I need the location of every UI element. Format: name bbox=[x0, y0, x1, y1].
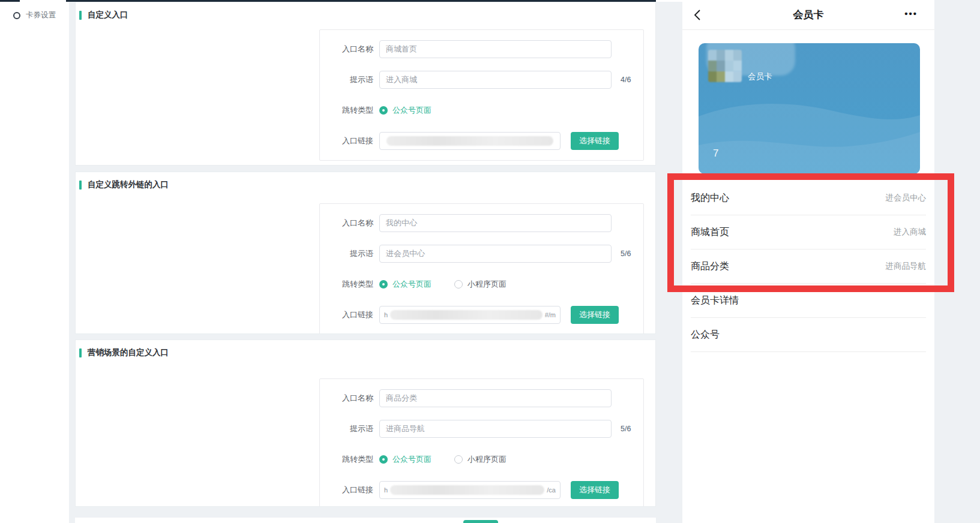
form-row-entry-link: 入口链接 h /ca 选择链接 bbox=[320, 481, 643, 499]
form-row-entry-link: 入口链接 选择链接 bbox=[320, 132, 643, 150]
form-row-hint: 提示语 进会员中心 5/6 bbox=[320, 245, 643, 263]
section-marketing-custom-entry: 营销场景的自定义入口 入口名称 商品分类 提示语 进商品导航 5/6 跳转类型 bbox=[75, 339, 656, 507]
char-counter: 5/6 bbox=[621, 425, 631, 433]
more-options-icon[interactable]: ••• bbox=[904, 0, 918, 30]
section-title: 自定义跳转外链的入口 bbox=[88, 179, 169, 190]
entry-link-label: 入口链接 bbox=[320, 485, 379, 495]
choose-link-button[interactable]: 选择链接 bbox=[571, 481, 619, 499]
radio-unselected-icon bbox=[454, 280, 463, 288]
list-item-my-center[interactable]: 我的中心 进会员中心 bbox=[691, 181, 926, 215]
choose-link-button[interactable]: 选择链接 bbox=[571, 306, 619, 324]
section-accent-bar bbox=[79, 181, 82, 190]
entry-link-input[interactable]: h #/m bbox=[379, 306, 561, 324]
entry-name-input[interactable]: 商城首页 bbox=[379, 40, 612, 58]
sidebar-item-label: 卡券设置 bbox=[26, 10, 56, 20]
section-title: 营销场景的自定义入口 bbox=[88, 347, 169, 358]
section-custom-external-link-entry: 自定义跳转外链的入口 入口名称 我的中心 提示语 进会员中心 5/6 跳转类型 bbox=[75, 172, 656, 334]
entry-link-label: 入口链接 bbox=[320, 309, 379, 320]
blurred-url bbox=[390, 310, 543, 320]
radio-circle-icon bbox=[13, 12, 20, 19]
radio-unselected-icon bbox=[454, 455, 463, 464]
form-row-hint: 提示语 进入商城 4/6 bbox=[320, 71, 643, 89]
entry-name-label: 入口名称 bbox=[320, 218, 379, 229]
hint-input[interactable]: 进会员中心 bbox=[379, 245, 612, 263]
radio-miniprogram-page[interactable]: 小程序页面 bbox=[454, 279, 507, 290]
section-accent-bar bbox=[79, 11, 82, 20]
jump-type-label: 跳转类型 bbox=[320, 105, 379, 116]
section-header: 营销场景的自定义入口 bbox=[79, 347, 169, 358]
radio-selected-icon bbox=[379, 455, 388, 464]
sidebar: 卡券设置 bbox=[0, 2, 69, 523]
form-row-jump-type: 跳转类型 公众号页面 小程序页面 bbox=[320, 450, 643, 468]
jump-type-label: 跳转类型 bbox=[320, 454, 379, 465]
list-item-mall-home[interactable]: 商城首页 进入商城 bbox=[691, 215, 926, 250]
entry-link-input[interactable] bbox=[379, 132, 561, 150]
form-row-entry-link: 入口链接 h #/m 选择链接 bbox=[320, 306, 643, 324]
section-header: 自定义入口 bbox=[79, 10, 128, 20]
jump-type-radio-group: 公众号页面 bbox=[379, 101, 431, 119]
radio-selected-icon bbox=[379, 106, 388, 115]
card-wave-decoration bbox=[699, 43, 920, 174]
member-card[interactable]: 会员卡 7 bbox=[699, 43, 920, 174]
form-box: 入口名称 我的中心 提示语 进会员中心 5/6 跳转类型 公众号页面 bbox=[319, 203, 644, 334]
section-header: 自定义跳转外链的入口 bbox=[79, 179, 169, 190]
section-accent-bar bbox=[79, 348, 82, 357]
section-title: 自定义入口 bbox=[88, 10, 128, 20]
form-row-jump-type: 跳转类型 公众号页面 bbox=[320, 101, 643, 119]
char-counter: 4/6 bbox=[621, 76, 631, 84]
entry-list: 我的中心 进会员中心 商城首页 进入商城 商品分类 进商品导航 会员卡详情 公众… bbox=[682, 181, 934, 352]
hint-label: 提示语 bbox=[320, 74, 379, 85]
main-content: 自定义入口 入口名称 商城首页 提示语 进入商城 4/6 跳转类型 bbox=[69, 2, 682, 523]
entry-link-label: 入口链接 bbox=[320, 136, 379, 146]
phone-preview: 会员卡 ••• 会员卡 7 我的中心 进会员中心 商城首页 bbox=[682, 0, 934, 523]
blurred-url bbox=[390, 485, 544, 495]
form-box: 入口名称 商城首页 提示语 进入商城 4/6 跳转类型 公众号页面 bbox=[319, 29, 644, 161]
save-button[interactable] bbox=[463, 520, 498, 523]
jump-type-radio-group: 公众号页面 小程序页面 bbox=[379, 450, 507, 468]
section-custom-entry: 自定义入口 入口名称 商城首页 提示语 进入商城 4/6 跳转类型 bbox=[75, 2, 656, 166]
form-row-hint: 提示语 进商品导航 5/6 bbox=[320, 420, 643, 438]
card-number: 7 bbox=[713, 148, 718, 160]
char-counter: 5/6 bbox=[621, 250, 631, 258]
hint-label: 提示语 bbox=[320, 423, 379, 434]
entry-name-label: 入口名称 bbox=[320, 393, 379, 404]
hint-input[interactable]: 进入商城 bbox=[379, 71, 612, 89]
hint-input[interactable]: 进商品导航 bbox=[379, 420, 612, 438]
form-row-entry-name: 入口名称 商品分类 bbox=[320, 389, 643, 407]
sidebar-item-card-settings[interactable]: 卡券设置 bbox=[0, 2, 69, 20]
jump-type-label: 跳转类型 bbox=[320, 279, 379, 290]
page: 卡券设置 自定义入口 入口名称 商城首页 提示语 进入商城 4/6 bbox=[0, 0, 980, 523]
jump-type-radio-group: 公众号页面 小程序页面 bbox=[379, 275, 507, 293]
choose-link-button[interactable]: 选择链接 bbox=[571, 132, 619, 150]
preview-header: 会员卡 ••• bbox=[682, 0, 934, 30]
form-row-entry-name: 入口名称 我的中心 bbox=[320, 214, 643, 232]
radio-official-account-page[interactable]: 公众号页面 bbox=[379, 279, 431, 290]
form-box: 入口名称 商品分类 提示语 进商品导航 5/6 跳转类型 公众号页面 bbox=[319, 378, 644, 507]
entry-name-input[interactable]: 我的中心 bbox=[379, 214, 612, 232]
preview-area: 会员卡 ••• 会员卡 7 我的中心 进会员中心 商城首页 bbox=[682, 0, 980, 523]
hint-label: 提示语 bbox=[320, 248, 379, 259]
footer-bar bbox=[75, 518, 656, 523]
card-name-label: 会员卡 bbox=[748, 71, 772, 82]
form-row-jump-type: 跳转类型 公众号页面 小程序页面 bbox=[320, 275, 643, 293]
list-item-card-detail[interactable]: 会员卡详情 bbox=[691, 284, 926, 318]
entry-name-input[interactable]: 商品分类 bbox=[379, 389, 612, 407]
radio-official-account-page[interactable]: 公众号页面 bbox=[379, 454, 431, 465]
form-row-entry-name: 入口名称 商城首页 bbox=[320, 40, 643, 58]
preview-title: 会员卡 bbox=[682, 0, 934, 30]
radio-selected-icon bbox=[379, 280, 388, 288]
list-item-product-category[interactable]: 商品分类 进商品导航 bbox=[691, 250, 926, 284]
radio-miniprogram-page[interactable]: 小程序页面 bbox=[454, 454, 507, 465]
list-item-official-account[interactable]: 公众号 bbox=[691, 318, 926, 352]
blurred-url bbox=[386, 136, 553, 146]
entry-name-label: 入口名称 bbox=[320, 44, 379, 55]
radio-official-account-page[interactable]: 公众号页面 bbox=[379, 105, 431, 116]
entry-link-input[interactable]: h /ca bbox=[379, 481, 561, 499]
